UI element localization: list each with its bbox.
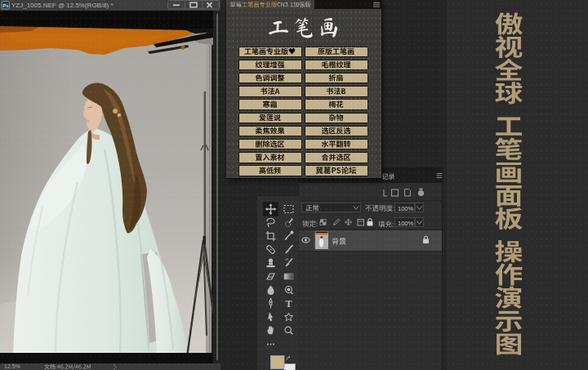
svg-text:100%: 100% (398, 220, 414, 227)
svg-text:YZJ_1005.NEF @ 12.5%(RGB/8) *: YZJ_1005.NEF @ 12.5%(RGB/8) * (11, 2, 114, 9)
svg-text:T: T (285, 298, 292, 310)
svg-text:100%: 100% (398, 205, 414, 212)
svg-text:Ps: Ps (2, 3, 9, 8)
svg-text:12.5%: 12.5% (4, 363, 20, 369)
